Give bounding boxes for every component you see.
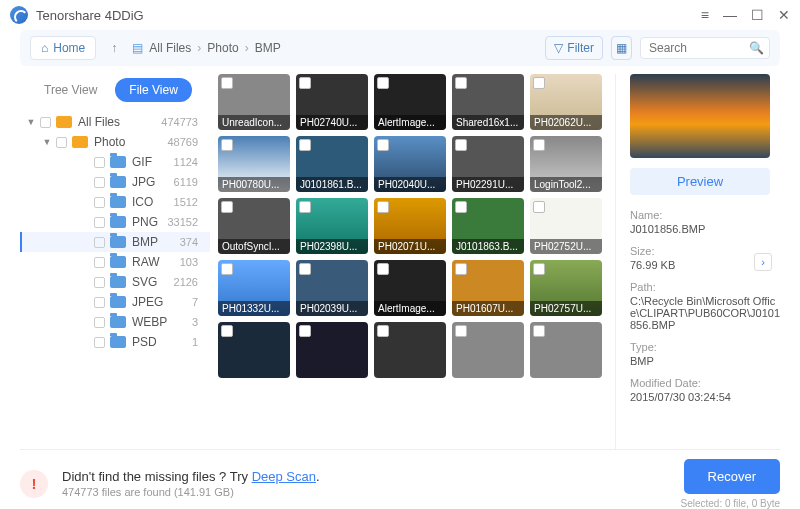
checkbox[interactable] — [299, 77, 311, 89]
filter-button[interactable]: ▽ Filter — [545, 36, 603, 60]
file-thumb[interactable]: AlertImage... — [374, 74, 446, 130]
checkbox[interactable] — [455, 325, 467, 337]
warning-icon: ! — [20, 470, 48, 498]
file-thumb[interactable]: PH02398U... — [296, 198, 368, 254]
checkbox[interactable] — [40, 117, 51, 128]
photo-icon-icon — [71, 135, 89, 149]
checkbox[interactable] — [94, 157, 105, 168]
file-thumb[interactable] — [296, 322, 368, 378]
file-thumb[interactable] — [374, 322, 446, 378]
checkbox[interactable] — [221, 325, 233, 337]
tree-item-webp[interactable]: WEBP 3 — [20, 312, 210, 332]
file-thumb[interactable] — [530, 322, 602, 378]
checkbox[interactable] — [94, 277, 105, 288]
up-button[interactable]: ↑ — [106, 41, 122, 55]
tree-item-jpeg[interactable]: JPEG 7 — [20, 292, 210, 312]
thumb-label: PH02062U... — [530, 115, 602, 130]
file-thumb[interactable]: PH02752U... — [530, 198, 602, 254]
breadcrumb-item[interactable]: All Files — [149, 41, 191, 55]
file-thumb[interactable] — [452, 322, 524, 378]
file-thumb[interactable] — [218, 322, 290, 378]
file-thumb[interactable]: J0101861.B... — [296, 136, 368, 192]
tree-item-psd[interactable]: PSD 1 — [20, 332, 210, 352]
checkbox[interactable] — [94, 257, 105, 268]
checkbox[interactable] — [455, 263, 467, 275]
file-thumb[interactable]: Shared16x1... — [452, 74, 524, 130]
checkbox[interactable] — [94, 237, 105, 248]
menu-icon[interactable]: ≡ — [701, 7, 709, 23]
tree-item-ico[interactable]: ICO 1512 — [20, 192, 210, 212]
file-thumb[interactable]: PH01332U... — [218, 260, 290, 316]
file-thumb[interactable]: PH02740U... — [296, 74, 368, 130]
checkbox[interactable] — [299, 139, 311, 151]
minimize-icon[interactable]: — — [723, 7, 737, 23]
tree-item-photo[interactable]: ▼ Photo 48769 — [20, 132, 210, 152]
tree-item-svg[interactable]: SVG 2126 — [20, 272, 210, 292]
breadcrumb-item[interactable]: BMP — [255, 41, 281, 55]
tree-item-png[interactable]: PNG 33152 — [20, 212, 210, 232]
view-toggle-button[interactable]: ▦ — [611, 36, 632, 60]
checkbox[interactable] — [299, 263, 311, 275]
file-thumb[interactable]: PH02071U... — [374, 198, 446, 254]
checkbox[interactable] — [94, 217, 105, 228]
checkbox[interactable] — [299, 325, 311, 337]
checkbox[interactable] — [299, 201, 311, 213]
expand-details-button[interactable]: › — [754, 253, 772, 271]
maximize-icon[interactable]: ☐ — [751, 7, 764, 23]
file-thumb[interactable]: OutofSyncI... — [218, 198, 290, 254]
folder-icon-icon — [109, 175, 127, 189]
file-thumb[interactable]: PH02062U... — [530, 74, 602, 130]
file-thumb[interactable]: LoginTool2... — [530, 136, 602, 192]
checkbox[interactable] — [377, 325, 389, 337]
file-thumb[interactable]: PH02757U... — [530, 260, 602, 316]
checkbox[interactable] — [94, 297, 105, 308]
checkbox[interactable] — [377, 139, 389, 151]
tab-tree-view[interactable]: Tree View — [30, 78, 111, 102]
file-thumb[interactable]: PH01607U... — [452, 260, 524, 316]
chevron-icon: ▼ — [26, 117, 36, 127]
deep-scan-link[interactable]: Deep Scan — [252, 469, 316, 484]
home-button[interactable]: ⌂ Home — [30, 36, 96, 60]
file-thumb[interactable]: J0101863.B... — [452, 198, 524, 254]
breadcrumb-item[interactable]: Photo — [207, 41, 238, 55]
checkbox[interactable] — [455, 139, 467, 151]
checkbox[interactable] — [377, 263, 389, 275]
checkbox[interactable] — [455, 77, 467, 89]
checkbox[interactable] — [533, 201, 545, 213]
tree-label: Photo — [94, 135, 167, 149]
checkbox[interactable] — [533, 139, 545, 151]
checkbox[interactable] — [455, 201, 467, 213]
checkbox[interactable] — [94, 337, 105, 348]
checkbox[interactable] — [221, 139, 233, 151]
checkbox[interactable] — [533, 263, 545, 275]
file-thumb[interactable]: PH02291U... — [452, 136, 524, 192]
close-icon[interactable]: ✕ — [778, 7, 790, 23]
tab-file-view[interactable]: File View — [115, 78, 191, 102]
file-thumb[interactable]: PH02040U... — [374, 136, 446, 192]
checkbox[interactable] — [94, 177, 105, 188]
checkbox[interactable] — [221, 263, 233, 275]
file-thumb[interactable]: AlertImage... — [374, 260, 446, 316]
sidebar: Tree View File View ▼ All Files 474773 ▼… — [20, 74, 210, 449]
tree-item-jpg[interactable]: JPG 6119 — [20, 172, 210, 192]
file-thumb[interactable]: PH02039U... — [296, 260, 368, 316]
checkbox[interactable] — [377, 77, 389, 89]
checkbox[interactable] — [94, 197, 105, 208]
checkbox[interactable] — [533, 77, 545, 89]
file-thumb[interactable]: UnreadIcon... — [218, 74, 290, 130]
checkbox[interactable] — [377, 201, 389, 213]
checkbox[interactable] — [94, 317, 105, 328]
recover-button[interactable]: Recover — [684, 459, 780, 494]
tree-item-raw[interactable]: RAW 103 — [20, 252, 210, 272]
tree-label: ICO — [132, 195, 174, 209]
tree-item-gif[interactable]: GIF 1124 — [20, 152, 210, 172]
tree-label: PSD — [132, 335, 192, 349]
file-thumb[interactable]: PH00780U... — [218, 136, 290, 192]
tree-item-all-files[interactable]: ▼ All Files 474773 — [20, 112, 210, 132]
checkbox[interactable] — [533, 325, 545, 337]
checkbox[interactable] — [221, 201, 233, 213]
tree-item-bmp[interactable]: BMP 374 — [20, 232, 210, 252]
checkbox[interactable] — [56, 137, 67, 148]
preview-button[interactable]: Preview — [630, 168, 770, 195]
checkbox[interactable] — [221, 77, 233, 89]
